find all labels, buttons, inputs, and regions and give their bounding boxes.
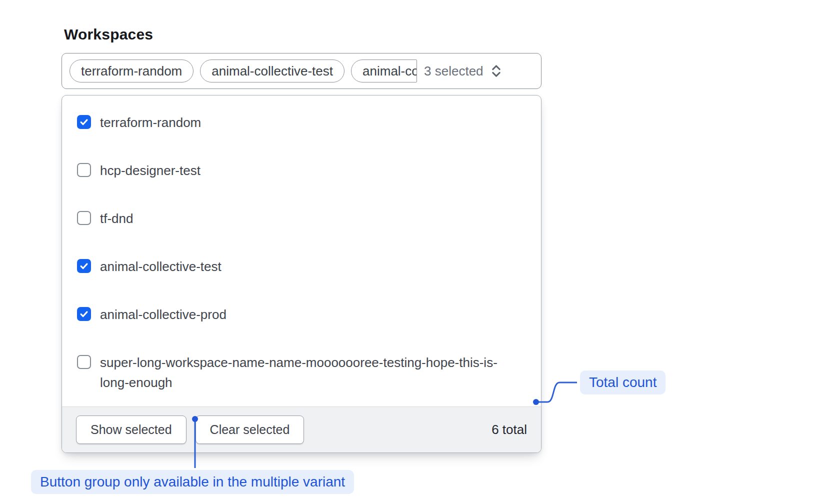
dropdown-panel: terraform-randomhcp-designer-testtf-dnda… (62, 95, 542, 453)
select-trigger[interactable]: terraform-randomanimal-collective-testan… (62, 53, 542, 89)
chevrons-up-down-icon (490, 63, 503, 79)
option-label: animal-collective-prod (100, 304, 226, 324)
option-listbox: terraform-randomhcp-designer-testtf-dnda… (62, 96, 541, 406)
total-count-label: 6 total (492, 422, 527, 438)
panel-footer: Show selected Clear selected 6 total (62, 406, 541, 452)
checkbox-checked-icon[interactable] (77, 115, 91, 129)
show-selected-button[interactable]: Show selected (76, 416, 186, 444)
option-row[interactable]: tf-dnd (77, 194, 526, 242)
checkbox-unchecked-icon[interactable] (77, 211, 91, 225)
checkbox-checked-icon[interactable] (77, 307, 91, 321)
selected-pill: animal-collective-test (200, 60, 344, 82)
clear-selected-button[interactable]: Clear selected (196, 416, 304, 444)
selected-pills: terraform-randomanimal-collective-testan… (70, 60, 417, 82)
option-label: animal-collective-test (100, 256, 222, 276)
option-label: terraform-random (100, 112, 201, 132)
option-row[interactable]: super-long-workspace-name-name-moooooore… (77, 338, 526, 406)
option-row[interactable]: animal-collective-prod (77, 290, 526, 338)
selected-count-label: 3 selected (424, 64, 484, 79)
checkbox-unchecked-icon[interactable] (77, 355, 91, 369)
workspaces-label: Workspaces (64, 26, 153, 43)
option-label: hcp-designer-test (100, 160, 200, 180)
checkbox-checked-icon[interactable] (77, 259, 91, 273)
annotation-button-group: Button group only available in the multi… (31, 470, 354, 494)
checkbox-unchecked-icon[interactable] (77, 163, 91, 177)
option-row[interactable]: terraform-random (77, 98, 526, 146)
option-label: super-long-workspace-name-name-moooooore… (100, 352, 500, 392)
annotation-total-count: Total count (580, 370, 666, 394)
selected-pill: terraform-random (70, 60, 194, 82)
option-label: tf-dnd (100, 208, 134, 228)
option-row[interactable]: animal-collective-test (77, 242, 526, 290)
page: Workspaces terraform-randomanimal-collec… (0, 0, 836, 504)
option-row[interactable]: hcp-designer-test (77, 146, 526, 194)
selected-pill: animal-collective-prod (351, 60, 417, 82)
